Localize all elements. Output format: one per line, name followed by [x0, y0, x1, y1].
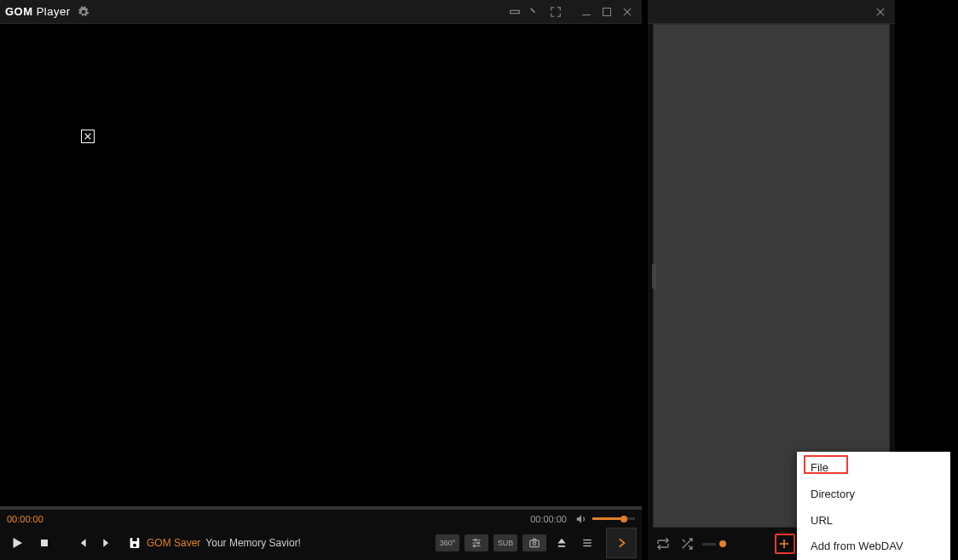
time-right: 00:00:00 — [530, 513, 635, 525]
pin-icon[interactable] — [526, 3, 545, 20]
add-button[interactable] — [776, 535, 793, 552]
prev-button[interactable] — [72, 533, 92, 553]
screenshot-button[interactable] — [522, 534, 546, 551]
video-area[interactable] — [0, 24, 642, 506]
play-button[interactable] — [5, 533, 29, 553]
playlist-close-icon[interactable] — [871, 3, 890, 20]
control-panel-button[interactable] — [465, 534, 488, 551]
sub-button[interactable]: SUB — [493, 534, 517, 551]
title-bar[interactable]: GOM Player — [0, 0, 642, 24]
resize-grip[interactable] — [652, 263, 656, 289]
stop-button[interactable] — [34, 533, 55, 553]
svg-point-10 — [133, 543, 136, 546]
360-button[interactable]: 360° — [436, 534, 459, 551]
minimize-icon[interactable] — [577, 3, 596, 20]
seek-bar[interactable] — [0, 506, 642, 510]
close-icon[interactable] — [618, 3, 637, 20]
title-right — [505, 3, 637, 20]
shuffle-button[interactable] — [678, 535, 695, 552]
broken-image-icon — [81, 130, 95, 143]
menu-item-file[interactable]: File — [797, 455, 950, 482]
svg-rect-2 — [603, 8, 611, 15]
ad-tagline: Your Memory Savior! — [205, 537, 301, 549]
player-window: GOM Player 00:00:00 00:00:00 — [0, 0, 642, 560]
repeat-button[interactable] — [655, 535, 672, 552]
menu-item-webdav[interactable]: Add from WebDAV — [797, 534, 950, 560]
svg-point-11 — [475, 539, 476, 540]
ad-brand: GOM Saver — [147, 537, 200, 549]
playlist-title-bar[interactable] — [648, 0, 895, 24]
total-time: 00:00:00 — [530, 514, 567, 524]
speaker-icon[interactable] — [575, 513, 587, 525]
svg-rect-0 — [511, 10, 520, 14]
svg-rect-14 — [530, 540, 540, 547]
menu-item-directory[interactable]: Directory — [797, 482, 950, 508]
time-row: 00:00:00 00:00:00 — [0, 510, 642, 525]
svg-rect-7 — [41, 540, 48, 546]
save-icon — [128, 536, 141, 550]
open-panel-button[interactable] — [606, 528, 637, 558]
gear-icon[interactable] — [78, 6, 89, 18]
maximize-icon[interactable] — [597, 3, 616, 20]
add-context-menu: File Directory URL Add from WebDAV — [797, 452, 950, 560]
controls-panel: 00:00:00 00:00:00 GOM Saver Your Memory … — [0, 506, 642, 560]
title-left: GOM Player — [5, 5, 89, 18]
eject-button[interactable] — [551, 533, 572, 553]
volume-bar[interactable] — [592, 517, 635, 520]
svg-point-13 — [474, 545, 476, 546]
svg-rect-9 — [132, 538, 136, 541]
compact-mode-icon[interactable] — [505, 3, 524, 20]
next-button[interactable] — [97, 533, 118, 553]
fullscreen-icon[interactable] — [546, 3, 565, 20]
svg-point-12 — [477, 541, 479, 543]
ad-banner[interactable]: GOM Saver Your Memory Savior! — [123, 536, 430, 550]
speed-slider[interactable] — [702, 540, 726, 547]
current-time: 00:00:00 — [7, 514, 43, 524]
menu-button[interactable] — [577, 533, 597, 553]
app-logo: GOM Player — [5, 5, 71, 18]
control-row: GOM Saver Your Memory Savior! 360° SUB — [0, 525, 642, 560]
menu-item-url[interactable]: URL — [797, 508, 950, 534]
volume-control[interactable] — [575, 513, 635, 525]
svg-point-15 — [533, 541, 536, 545]
